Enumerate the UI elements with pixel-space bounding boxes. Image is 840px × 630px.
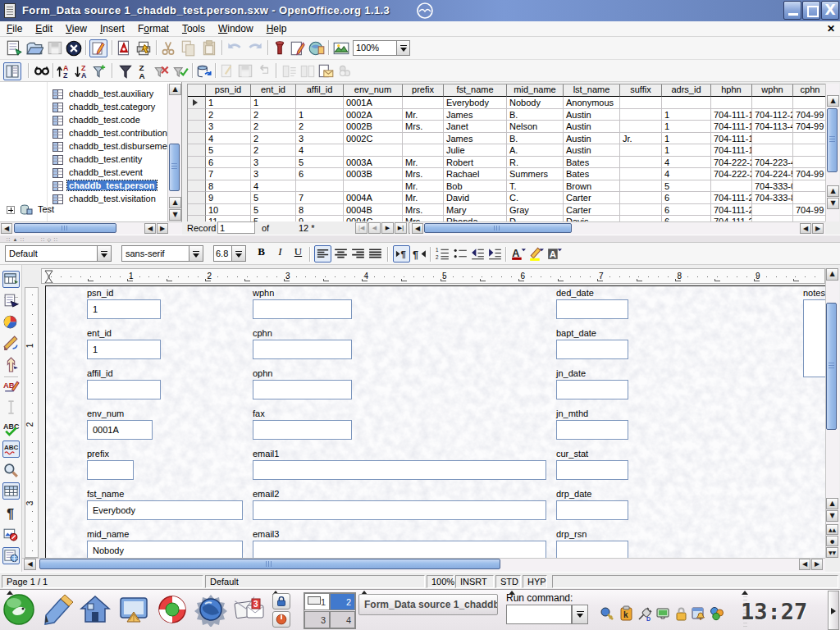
grid-row-header[interactable] — [188, 157, 206, 169]
font-color-button[interactable]: A — [509, 245, 527, 262]
grid-cell[interactable]: 0001A — [344, 97, 403, 109]
first-record-icon[interactable]: |◀ — [355, 222, 368, 234]
run-dropdown-icon[interactable] — [572, 605, 588, 624]
grid-cell[interactable]: Mrs. — [403, 216, 444, 221]
splitter-handle2-icon[interactable]: ∷ ◇ ∷ — [41, 236, 58, 242]
horizontal-ruler[interactable]: 123456789 — [41, 268, 825, 284]
grid-cell[interactable]: James — [444, 133, 507, 145]
grid-cell[interactable]: 4 — [296, 144, 344, 157]
splitter-handle-icon[interactable]: ∷ ▲ ∷ — [7, 236, 25, 242]
explorer-onoff-icon[interactable] — [336, 62, 354, 80]
insert-section-icon[interactable] — [2, 292, 20, 309]
zoom-dropdown-icon[interactable] — [396, 40, 410, 56]
ltr-button[interactable]: ¶ — [393, 245, 410, 262]
form-input-prefix[interactable] — [87, 460, 134, 480]
grid-cell[interactable]: 704-223-4 — [752, 157, 793, 169]
form-input-wphn[interactable] — [253, 299, 352, 319]
insert-chart-icon[interactable] — [2, 313, 20, 331]
grid-cell[interactable]: 3 — [206, 121, 251, 133]
status-selection-mode[interactable]: STD — [495, 575, 521, 588]
grid-cell[interactable]: Austin — [564, 144, 620, 157]
grid-cell[interactable]: 704-113-4 — [752, 121, 793, 133]
form-input-jn_date[interactable] — [556, 380, 628, 399]
grid-cell[interactable]: D. — [507, 216, 564, 221]
grid-cell[interactable]: 7 — [206, 168, 251, 180]
highlight-button[interactable] — [527, 245, 545, 262]
print-icon[interactable] — [135, 39, 153, 57]
grid-cell[interactable]: 1 — [662, 144, 711, 157]
copy-icon[interactable] — [180, 39, 198, 57]
grid-cell[interactable]: 6 — [296, 168, 344, 180]
save-record-icon[interactable] — [236, 62, 254, 80]
grid-cell[interactable]: 704-111-2 — [711, 192, 752, 204]
grid-cell[interactable]: 0004B — [344, 204, 403, 217]
grid-cell[interactable] — [793, 157, 825, 169]
insert-table-icon[interactable] — [2, 271, 20, 288]
grid-cell[interactable]: T. — [507, 180, 564, 193]
tree-item[interactable]: chaddb_test.contribution — [0, 127, 182, 140]
form-input-affil_id[interactable] — [87, 380, 161, 399]
grid-cell[interactable]: 704-333-0 — [752, 180, 793, 193]
grid-cell[interactable]: 0002B — [344, 121, 403, 133]
maximize-button[interactable] — [802, 1, 820, 20]
grid-cell[interactable] — [620, 121, 662, 133]
data-to-fields-icon[interactable] — [299, 62, 317, 80]
nav-object-icon[interactable]: ● — [826, 536, 838, 546]
doc-scroll-left-icon[interactable]: ◀ — [24, 559, 36, 570]
screenshot-tool-icon[interactable] — [116, 592, 151, 627]
align-left-button[interactable] — [314, 245, 331, 262]
grid-cell[interactable]: 6 — [206, 157, 251, 169]
menu-insert[interactable]: Insert — [94, 21, 131, 36]
edit-file-icon[interactable] — [89, 39, 107, 57]
grid-scroll-up-icon[interactable]: ▲ — [827, 95, 839, 107]
grid-cell[interactable] — [620, 216, 662, 221]
grid-cell[interactable]: 5 — [662, 180, 711, 193]
grid-cell[interactable]: Janet — [444, 121, 507, 133]
doc-scroll-left2-icon[interactable]: ◀ — [799, 559, 810, 570]
menu-file[interactable]: File — [0, 21, 29, 36]
autospellcheck-icon[interactable]: ABC — [2, 441, 20, 458]
document-vscrollbar[interactable]: ▲ ▲ ▼ ▲▲ ● ▼▼ — [825, 268, 839, 558]
grid-row-header[interactable] — [188, 204, 206, 217]
menu-window[interactable]: Window — [212, 21, 260, 36]
grid-cell[interactable] — [296, 97, 344, 109]
grid-cell[interactable]: 704-222-2 — [711, 168, 752, 180]
grid-scroll-left-icon[interactable]: ◀ — [412, 223, 423, 234]
pager-desktop-2[interactable]: 2 — [330, 593, 355, 610]
grid-cell[interactable] — [620, 97, 662, 109]
paste-icon[interactable] — [200, 39, 218, 57]
font-size-combo[interactable]: 6.8 — [213, 245, 246, 262]
grid-cell[interactable]: 0002C — [344, 133, 403, 145]
grid-column-fst_name[interactable]: fst_name — [444, 84, 507, 97]
grid-column-env_num[interactable]: env_num — [344, 84, 403, 97]
home-icon[interactable] — [78, 592, 112, 627]
form-input-fax[interactable] — [253, 420, 352, 440]
grid-cell[interactable]: Nelson — [507, 121, 564, 133]
grid-cell[interactable]: 1 — [662, 121, 711, 133]
grid-cell[interactable]: 5 — [206, 144, 251, 157]
grid-cell[interactable] — [793, 216, 825, 221]
pager-desktop-3[interactable]: 3 — [304, 611, 330, 628]
form-input-cur_stat[interactable] — [556, 460, 628, 480]
grid-cell[interactable]: B. — [507, 109, 564, 121]
form-input-ded_date[interactable] — [556, 299, 628, 319]
pager-desktop-1[interactable]: 1 — [304, 593, 330, 610]
form-input-notes[interactable] — [803, 299, 825, 377]
menu-tools[interactable]: Tools — [176, 21, 212, 36]
grid-row-header[interactable] — [188, 97, 206, 109]
tree-item[interactable]: chaddb_test.category — [0, 101, 182, 114]
grid-cell[interactable]: R. — [507, 157, 564, 169]
kwrite-icon[interactable] — [41, 592, 75, 627]
display-settings-icon[interactable] — [655, 605, 672, 622]
next-page-icon[interactable]: ▼▼ — [826, 547, 838, 558]
grid-cell[interactable]: 2 — [251, 144, 296, 157]
grid-row-header[interactable] — [188, 180, 206, 193]
doc-scroll-right-icon[interactable]: ▶ — [811, 559, 823, 570]
grid-cell[interactable]: 0003A — [344, 157, 403, 169]
media-player-icon[interactable] — [709, 605, 725, 622]
grid-cell[interactable]: Mary — [444, 204, 507, 217]
grid-column-psn_id[interactable]: psn_id — [206, 84, 251, 97]
grid-cell[interactable] — [403, 97, 444, 109]
form-input-mid_name[interactable]: Nobody — [87, 541, 243, 558]
grid-cell[interactable]: Bates — [564, 157, 620, 169]
